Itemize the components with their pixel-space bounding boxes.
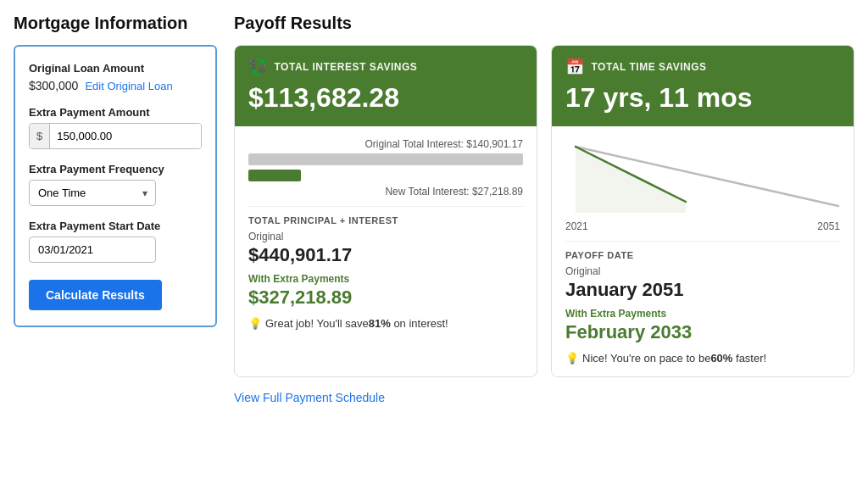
interest-header: 💱 Total Interest Savings $113,682.28 xyxy=(235,46,537,126)
payoff-original-label: Original xyxy=(565,265,840,277)
results-row: 💱 Total Interest Savings $113,682.28 Ori… xyxy=(234,45,854,377)
edit-loan-link[interactable]: Edit Original Loan xyxy=(85,80,172,92)
interest-card: 💱 Total Interest Savings $113,682.28 Ori… xyxy=(234,45,537,377)
dollar-prefix: $ xyxy=(30,124,50,148)
principal-original-label: Original xyxy=(248,231,523,242)
principal-section-title: Total Principal + Interest xyxy=(248,215,523,226)
extra-payment-label: Extra Payment Amount xyxy=(29,106,202,119)
time-tip-text: Nice! You're on pace to be60% faster! xyxy=(582,352,766,365)
loan-amount-value: $300,000 xyxy=(29,79,78,92)
extra-payment-group: Extra Payment Amount $ xyxy=(29,106,202,149)
interest-header-top: 💱 Total Interest Savings xyxy=(248,58,523,76)
start-date-label: Extra Payment Start Date xyxy=(29,220,202,232)
payoff-title: Payoff Results xyxy=(234,14,854,33)
left-panel: Mortgage Information Original Loan Amoun… xyxy=(14,14,217,404)
line-chart-svg xyxy=(565,138,840,214)
frequency-select-wrapper: One Time Monthly Annually xyxy=(29,180,156,206)
bar-new xyxy=(248,170,301,181)
loan-amount-group: Original Loan Amount $300,000 Edit Origi… xyxy=(29,62,202,92)
time-tip: 💡 Nice! You're on pace to be60% faster! xyxy=(565,352,840,365)
loan-amount-row: $300,000 Edit Original Loan xyxy=(29,79,202,92)
line-chart-area: 2021 2051 xyxy=(565,138,840,232)
principal-original-value: $440,901.17 xyxy=(248,244,523,266)
time-card: 📅 Total Time Savings 17 yrs, 11 mos xyxy=(551,45,854,377)
original-interest-label: Original Total Interest: $140,901.17 xyxy=(248,138,523,150)
payoff-section-title: Payoff Date xyxy=(565,250,840,260)
frequency-label: Extra Payment Frequency xyxy=(29,163,202,175)
payoff-original-value: January 2051 xyxy=(565,279,840,301)
svg-marker-0 xyxy=(576,147,686,213)
interest-tip: 💡 Great job! You'll save81% on interest! xyxy=(248,317,523,330)
view-schedule-link[interactable]: View Full Payment Schedule xyxy=(234,391,854,404)
extra-payment-input[interactable] xyxy=(50,124,201,148)
payoff-extra-label: With Extra Payments xyxy=(565,308,840,320)
extra-payment-input-wrapper: $ xyxy=(29,123,202,149)
frequency-group: Extra Payment Frequency One Time Monthly… xyxy=(29,163,202,206)
right-panel: Payoff Results 💱 Total Interest Savings … xyxy=(234,14,854,404)
time-header-label: Total Time Savings xyxy=(592,61,707,73)
time-icon: 📅 xyxy=(565,58,585,76)
principal-extra-value: $327,218.89 xyxy=(248,287,523,309)
chart-year-end: 2051 xyxy=(817,220,840,232)
chart-year-start: 2021 xyxy=(565,220,588,232)
chart-labels: 2021 2051 xyxy=(565,220,840,232)
time-tip-lightbulb-icon: 💡 xyxy=(565,352,579,365)
principal-extra-label: With Extra Payments xyxy=(248,273,523,285)
interest-header-label: Total Interest Savings xyxy=(275,61,418,73)
start-date-input[interactable] xyxy=(29,237,156,263)
bar-new-row xyxy=(248,170,523,181)
bar-chart-area: Original Total Interest: $140,901.17 New… xyxy=(248,138,523,198)
loan-amount-label: Original Loan Amount xyxy=(29,62,202,75)
bar-original-row xyxy=(248,153,523,165)
new-interest-label: New Total Interest: $27,218.89 xyxy=(248,186,523,198)
time-body: 2021 2051 Payoff Date Original January 2… xyxy=(552,126,854,376)
tip-text: Great job! You'll save81% on interest! xyxy=(265,317,448,330)
mortgage-title: Mortgage Information xyxy=(14,14,217,33)
mortgage-form-card: Original Loan Amount $300,000 Edit Origi… xyxy=(14,45,217,327)
interest-big-value: $113,682.28 xyxy=(248,83,523,113)
frequency-select[interactable]: One Time Monthly Annually xyxy=(29,180,156,206)
interest-body: Original Total Interest: $140,901.17 New… xyxy=(235,126,537,342)
bar-original xyxy=(248,153,523,165)
time-header-top: 📅 Total Time Savings xyxy=(565,58,840,76)
payoff-extra-value: February 2033 xyxy=(565,321,840,343)
time-header: 📅 Total Time Savings 17 yrs, 11 mos xyxy=(552,46,854,126)
time-big-value: 17 yrs, 11 mos xyxy=(565,83,840,113)
interest-icon: 💱 xyxy=(248,58,268,76)
tip-lightbulb-icon: 💡 xyxy=(248,317,262,330)
calculate-button[interactable]: Calculate Results xyxy=(29,280,162,310)
start-date-group: Extra Payment Start Date xyxy=(29,220,202,263)
